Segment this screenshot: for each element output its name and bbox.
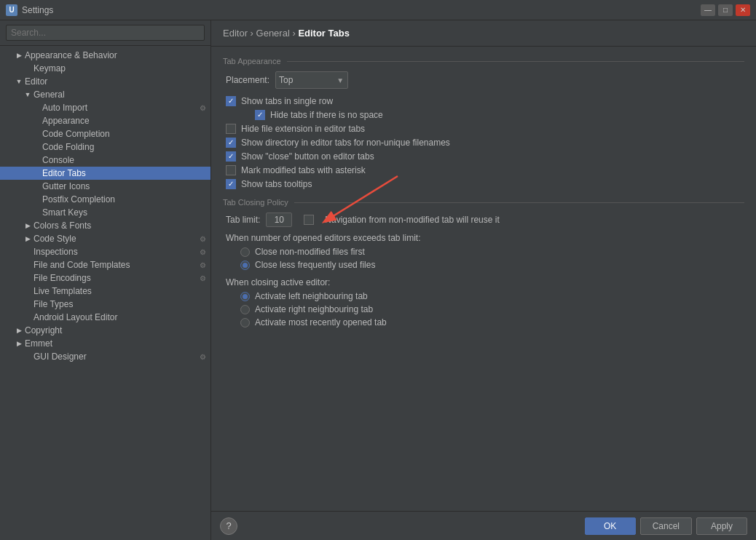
- close-button[interactable]: ✕: [736, 4, 750, 16]
- sidebar-item-auto-import[interactable]: Auto Import ⚙: [0, 101, 210, 114]
- sidebar-item-editor-tabs[interactable]: Editor Tabs: [0, 167, 210, 180]
- section-label: Tab Appearance: [223, 57, 281, 65]
- sidebar-item-gutter-icons[interactable]: Gutter Icons: [0, 180, 210, 193]
- checkbox-label: Hide file extension in editor tabs: [241, 124, 365, 134]
- radio-activate-left[interactable]: Activate left neighbouring tab: [240, 291, 744, 301]
- sidebar-item-label: File Types: [34, 299, 210, 309]
- settings-tree: ▶ Appearance & Behavior Keymap ▼ Editor …: [0, 46, 210, 540]
- radio-close-less-frequent[interactable]: Close less frequently used files: [240, 260, 744, 270]
- sidebar-item-keymap[interactable]: Keymap: [0, 62, 210, 75]
- radio-close-non-modified[interactable]: Close non-modified files first: [240, 247, 744, 257]
- radio-icon[interactable]: [240, 305, 250, 314]
- sidebar-item-label: Colors & Fonts: [34, 221, 210, 231]
- checkbox-icon[interactable]: [226, 165, 236, 175]
- when-closing-label: When closing active editor:: [226, 277, 330, 287]
- checkbox-hide-file-extension[interactable]: Hide file extension in editor tabs: [226, 124, 744, 134]
- settings-icon: ⚙: [200, 353, 206, 361]
- sidebar-item-copyright[interactable]: ▶ Copyright: [0, 324, 210, 337]
- checkbox-show-tooltips[interactable]: Show tabs tooltips: [226, 179, 744, 189]
- radio-label: Activate right neighbouring tab: [255, 304, 373, 314]
- main-container: ▶ Appearance & Behavior Keymap ▼ Editor …: [0, 20, 756, 540]
- spacer: [32, 195, 41, 204]
- checkbox-icon[interactable]: [226, 124, 236, 134]
- radio-icon[interactable]: [240, 261, 250, 270]
- sidebar-item-emmet[interactable]: ▶ Emmet: [0, 337, 210, 350]
- checkbox-label: Show tabs tooltips: [241, 179, 312, 189]
- radio-icon[interactable]: [240, 292, 250, 301]
- section-label: Tab Closing Policy: [223, 198, 288, 207]
- window-controls: — □ ✕: [701, 4, 750, 16]
- placement-select[interactable]: Top Bottom Left Right: [276, 75, 333, 85]
- checkbox-show-close-button[interactable]: Show "close" button on editor tabs: [226, 151, 744, 162]
- spacer: [32, 169, 41, 178]
- maximize-button[interactable]: □: [718, 4, 733, 16]
- sidebar-item-label: Emmet: [25, 338, 210, 349]
- apply-button[interactable]: Apply: [696, 517, 747, 535]
- checkbox-icon[interactable]: [226, 96, 236, 106]
- breadcrumb-current: Editor Tabs: [298, 28, 350, 39]
- cancel-button[interactable]: Cancel: [640, 517, 692, 535]
- sidebar-item-console[interactable]: Console: [0, 154, 210, 167]
- sidebar-item-postfix-completion[interactable]: Postfix Completion: [0, 193, 210, 206]
- spacer: [23, 64, 32, 73]
- when-exceeds-label-row: When number of opened editors exceeds ta…: [226, 233, 744, 243]
- checkbox-show-directory[interactable]: Show directory in editor tabs for non-un…: [226, 138, 744, 148]
- breadcrumb-separator: ›: [251, 28, 256, 39]
- closing-policy-container: Tab Closing Policy Tab limit: Navigation…: [223, 198, 744, 327]
- spacer: [32, 208, 41, 217]
- sidebar-item-live-templates[interactable]: Live Templates: [0, 285, 210, 298]
- sidebar: ▶ Appearance & Behavior Keymap ▼ Editor …: [0, 20, 211, 540]
- spacer: [32, 130, 41, 138]
- checkbox-mark-modified[interactable]: Mark modified tabs with asterisk: [226, 165, 744, 175]
- help-button[interactable]: ?: [220, 517, 237, 535]
- sidebar-item-smart-keys[interactable]: Smart Keys: [0, 206, 210, 219]
- sidebar-item-code-folding[interactable]: Code Folding: [0, 140, 210, 154]
- settings-icon: ⚙: [200, 235, 206, 243]
- sidebar-item-code-style[interactable]: ▶ Code Style ⚙: [0, 232, 210, 245]
- spacer: [32, 116, 41, 125]
- checkbox-icon[interactable]: [255, 110, 265, 120]
- arrow-icon: ▼: [15, 77, 23, 86]
- sidebar-item-label: Code Completion: [42, 129, 210, 139]
- settings-icon: ⚙: [200, 248, 206, 256]
- radio-activate-right[interactable]: Activate right neighbouring tab: [240, 304, 744, 314]
- checkbox-label: Show tabs in single row: [241, 96, 333, 106]
- sidebar-item-file-code-templates[interactable]: File and Code Templates ⚙: [0, 258, 210, 271]
- radio-icon[interactable]: [240, 318, 250, 327]
- radio-icon[interactable]: [240, 247, 250, 257]
- sidebar-item-label: Postfix Completion: [42, 194, 210, 205]
- spacer: [32, 182, 41, 191]
- sidebar-item-label: Gutter Icons: [42, 181, 210, 191]
- tab-limit-input[interactable]: [266, 213, 292, 227]
- sidebar-item-appearance[interactable]: Appearance: [0, 114, 210, 127]
- placement-row: Placement: Top Bottom Left Right ▼: [226, 71, 744, 89]
- sidebar-item-colors-fonts[interactable]: ▶ Colors & Fonts: [0, 219, 210, 232]
- sidebar-item-general[interactable]: ▼ General: [0, 88, 210, 101]
- search-input[interactable]: [6, 25, 205, 41]
- arrow-icon: ▶: [23, 234, 32, 243]
- checkbox-label: Mark modified tabs with asterisk: [241, 165, 366, 175]
- checkbox-icon[interactable]: [226, 138, 236, 148]
- sidebar-item-inspections[interactable]: Inspections ⚙: [0, 245, 210, 258]
- minimize-button[interactable]: —: [701, 4, 715, 16]
- checkbox-icon[interactable]: [226, 151, 236, 162]
- checkbox-nav-reuse[interactable]: [304, 215, 314, 225]
- arrow-icon: ▼: [23, 90, 32, 99]
- placement-select-wrapper[interactable]: Top Bottom Left Right ▼: [275, 71, 348, 89]
- checkbox-hide-tabs-no-space[interactable]: Hide tabs if there is no space: [240, 110, 744, 120]
- ok-button[interactable]: OK: [585, 517, 636, 535]
- when-closing-label-row: When closing active editor:: [226, 277, 744, 287]
- sidebar-item-android-layout[interactable]: Android Layout Editor: [0, 311, 210, 324]
- nav-checkbox-label: Navigation from non-modified tab will re…: [325, 215, 499, 225]
- checkbox-show-tabs-single-row[interactable]: Show tabs in single row: [226, 96, 744, 106]
- checkbox-icon[interactable]: [226, 179, 236, 189]
- sidebar-item-file-encodings[interactable]: File Encodings ⚙: [0, 271, 210, 285]
- spacer: [23, 300, 32, 309]
- sidebar-item-code-completion[interactable]: Code Completion: [0, 127, 210, 140]
- sidebar-item-file-types[interactable]: File Types: [0, 298, 210, 311]
- sidebar-item-gui-designer[interactable]: GUI Designer ⚙: [0, 350, 210, 363]
- sidebar-item-editor[interactable]: ▼ Editor: [0, 75, 210, 88]
- sidebar-item-label: Smart Keys: [42, 207, 210, 218]
- radio-activate-recent[interactable]: Activate most recently opened tab: [240, 317, 744, 327]
- sidebar-item-appearance-behavior[interactable]: ▶ Appearance & Behavior: [0, 49, 210, 62]
